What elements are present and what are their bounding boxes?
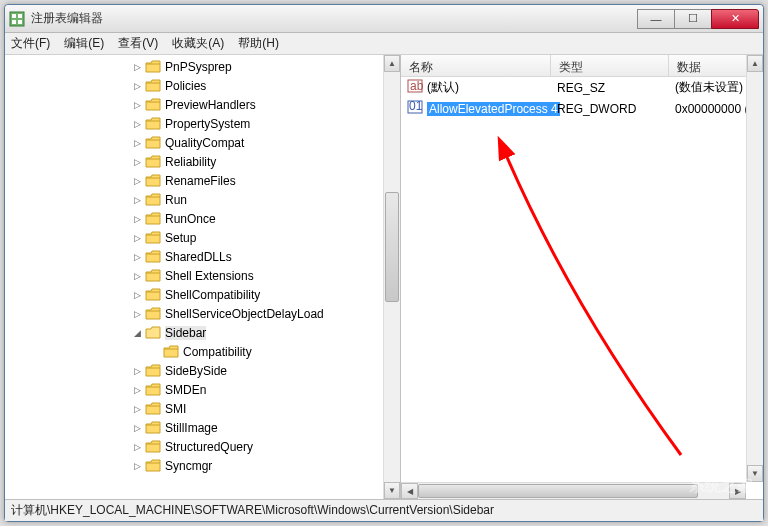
expander-icon[interactable]: ◢ — [131, 328, 143, 338]
scroll-down-button[interactable]: ▼ — [384, 482, 400, 499]
header-name[interactable]: 名称 — [401, 55, 551, 76]
expander-icon[interactable]: ▷ — [131, 423, 143, 433]
tree-item[interactable]: ◢Sidebar — [5, 323, 400, 342]
tree-item[interactable]: ▷StillImage — [5, 418, 400, 437]
list-header[interactable]: 名称 类型 数据 — [401, 55, 763, 77]
tree-item[interactable]: ▷ShellCompatibility — [5, 285, 400, 304]
tree-item[interactable]: ▷Syncmgr — [5, 456, 400, 475]
tree-item-label: Shell Extensions — [165, 269, 254, 283]
expander-icon[interactable] — [149, 347, 161, 357]
value-type: REG_DWORD — [551, 102, 669, 116]
h-scroll-track[interactable] — [418, 483, 729, 499]
tree-item[interactable]: ▷SMDEn — [5, 380, 400, 399]
tree-item[interactable]: ▷SharedDLLs — [5, 247, 400, 266]
expander-icon[interactable]: ▷ — [131, 100, 143, 110]
expander-icon[interactable]: ▷ — [131, 157, 143, 167]
expander-icon[interactable]: ▷ — [131, 176, 143, 186]
tree-item[interactable]: ▷PreviewHandlers — [5, 95, 400, 114]
tree-item-label: QualityCompat — [165, 136, 244, 150]
list-row[interactable]: 011AllowElevatedProcess 4REG_DWORD0x0000… — [401, 98, 763, 119]
svg-text:ab: ab — [410, 79, 423, 93]
expander-icon[interactable]: ▷ — [131, 138, 143, 148]
tree-item-label: RenameFiles — [165, 174, 236, 188]
tree-item[interactable]: ▷PnPSysprep — [5, 57, 400, 76]
expander-icon[interactable]: ▷ — [131, 62, 143, 72]
regedit-window: 注册表编辑器 — ☐ ✕ 文件(F) 编辑(E) 查看(V) 收藏夹(A) 帮助… — [4, 4, 764, 522]
tree-item-label: PnPSysprep — [165, 60, 232, 74]
tree-item[interactable]: ▷Reliability — [5, 152, 400, 171]
tree-item[interactable]: ▷RenameFiles — [5, 171, 400, 190]
tree-item[interactable]: ▷Policies — [5, 76, 400, 95]
tree-item[interactable]: ▷Run — [5, 190, 400, 209]
tree-item-label: PreviewHandlers — [165, 98, 256, 112]
registry-tree[interactable]: ▷PnPSysprep▷Policies▷PreviewHandlers▷Pro… — [5, 55, 401, 499]
svg-rect-3 — [12, 20, 16, 24]
tree-item[interactable]: ▷QualityCompat — [5, 133, 400, 152]
tree-item[interactable]: Compatibility — [5, 342, 400, 361]
menu-help[interactable]: 帮助(H) — [238, 35, 279, 52]
expander-icon[interactable]: ▷ — [131, 119, 143, 129]
menu-view[interactable]: 查看(V) — [118, 35, 158, 52]
expander-icon[interactable]: ▷ — [131, 233, 143, 243]
statusbar: 计算机\HKEY_LOCAL_MACHINE\SOFTWARE\Microsof… — [5, 499, 763, 521]
app-icon — [9, 11, 25, 27]
tree-item-label: PropertySystem — [165, 117, 250, 131]
menu-favorites[interactable]: 收藏夹(A) — [172, 35, 224, 52]
expander-icon[interactable]: ▷ — [131, 290, 143, 300]
tree-item-label: ShellCompatibility — [165, 288, 260, 302]
menubar: 文件(F) 编辑(E) 查看(V) 收藏夹(A) 帮助(H) — [5, 33, 763, 55]
list-row[interactable]: ab(默认)REG_SZ(数值未设置) — [401, 77, 763, 98]
list-body[interactable]: ab(默认)REG_SZ(数值未设置)011AllowElevatedProce… — [401, 77, 763, 499]
tree-item-label: Setup — [165, 231, 196, 245]
menu-file[interactable]: 文件(F) — [11, 35, 50, 52]
tree-item[interactable]: ▷SMI — [5, 399, 400, 418]
list-v-scrollbar[interactable]: ▲ ▼ — [746, 77, 763, 482]
close-button[interactable]: ✕ — [711, 9, 759, 29]
expander-icon[interactable]: ▷ — [131, 442, 143, 452]
h-scroll-thumb[interactable] — [418, 484, 698, 498]
expander-icon[interactable]: ▷ — [131, 81, 143, 91]
tree-item-label: SMI — [165, 402, 186, 416]
tree-item-label: Policies — [165, 79, 206, 93]
menu-edit[interactable]: 编辑(E) — [64, 35, 104, 52]
svg-rect-4 — [18, 20, 22, 24]
expander-icon[interactable]: ▷ — [131, 214, 143, 224]
expander-icon[interactable]: ▷ — [131, 271, 143, 281]
titlebar[interactable]: 注册表编辑器 — ☐ ✕ — [5, 5, 763, 33]
tree-scrollbar[interactable]: ▲ ▼ — [383, 55, 400, 499]
expander-icon[interactable]: ▷ — [131, 366, 143, 376]
expander-icon[interactable]: ▷ — [131, 252, 143, 262]
tree-item-label: Reliability — [165, 155, 216, 169]
tree-item-label: SideBySide — [165, 364, 227, 378]
tree-item[interactable]: ▷RunOnce — [5, 209, 400, 228]
value-type: REG_SZ — [551, 81, 669, 95]
header-type[interactable]: 类型 — [551, 55, 669, 76]
tree-item-label: SMDEn — [165, 383, 206, 397]
maximize-button[interactable]: ☐ — [674, 9, 712, 29]
tree-item-label: Sidebar — [165, 326, 206, 340]
window-buttons: — ☐ ✕ — [637, 9, 759, 29]
scroll-track[interactable] — [384, 72, 400, 482]
watermark: 系统之家 — [689, 476, 753, 497]
tree-item[interactable]: ▷PropertySystem — [5, 114, 400, 133]
scroll-left-button[interactable]: ◀ — [401, 483, 418, 499]
scroll-thumb[interactable] — [385, 192, 399, 302]
value-icon: ab — [407, 78, 423, 97]
tree-item[interactable]: ▷Shell Extensions — [5, 266, 400, 285]
expander-icon[interactable]: ▷ — [131, 195, 143, 205]
svg-rect-2 — [18, 14, 22, 18]
minimize-button[interactable]: — — [637, 9, 675, 29]
expander-icon[interactable]: ▷ — [131, 404, 143, 414]
expander-icon[interactable]: ▷ — [131, 309, 143, 319]
tree-item[interactable]: ▷Setup — [5, 228, 400, 247]
expander-icon[interactable]: ▷ — [131, 461, 143, 471]
expander-icon[interactable]: ▷ — [131, 385, 143, 395]
list-v-track[interactable] — [747, 77, 763, 465]
scroll-up-button[interactable]: ▲ — [384, 55, 400, 72]
svg-rect-1 — [12, 14, 16, 18]
value-icon: 011 — [407, 99, 423, 118]
tree-item[interactable]: ▷ShellServiceObjectDelayLoad — [5, 304, 400, 323]
tree-item[interactable]: ▷SideBySide — [5, 361, 400, 380]
tree-item[interactable]: ▷StructuredQuery — [5, 437, 400, 456]
status-path: 计算机\HKEY_LOCAL_MACHINE\SOFTWARE\Microsof… — [11, 502, 494, 519]
